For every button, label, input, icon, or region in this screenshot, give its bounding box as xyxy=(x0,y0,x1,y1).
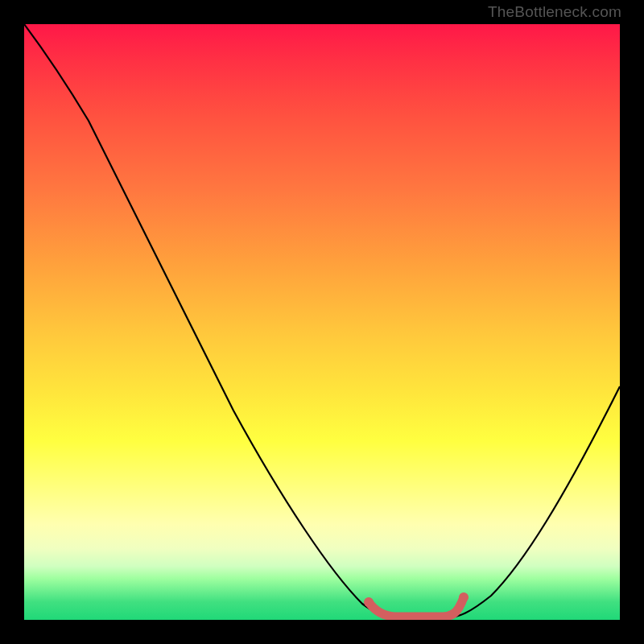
highlight-dot-start xyxy=(364,597,374,607)
highlight-segment xyxy=(369,597,464,617)
chart-container: TheBottleneck.com xyxy=(0,0,644,644)
chart-overlay xyxy=(24,24,620,620)
watermark-text: TheBottleneck.com xyxy=(488,3,621,21)
bottleneck-curve xyxy=(24,24,620,618)
highlight-dot-end xyxy=(459,592,469,602)
